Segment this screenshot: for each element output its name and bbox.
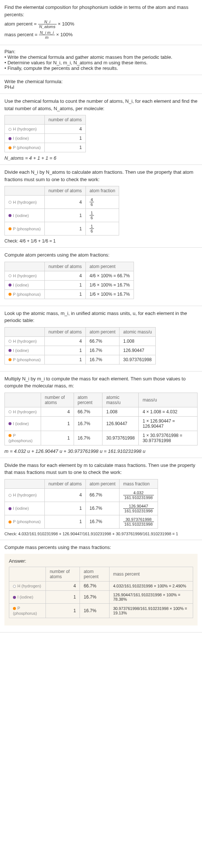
table-row: I (iodine)1 [5, 134, 86, 143]
h-mass: 1.008 [119, 336, 156, 346]
i-label: I (iodine) [13, 348, 29, 353]
header-frac: atom fraction [86, 186, 119, 196]
i-mass: 126.90447 [119, 346, 156, 355]
massfrac-text: Divide the mass for each element by m to… [4, 462, 198, 476]
i-calc: 1 × 126.90447 = 126.90447 [139, 416, 198, 431]
iodine-dot-icon [9, 137, 11, 140]
frac-den: 6 [90, 229, 94, 233]
h-label: H (hydrogen) [13, 493, 37, 497]
h-fraction: 46 [90, 197, 94, 207]
atom-fraction-section: Divide each N_i by N_atoms to calculate … [0, 165, 202, 248]
h-label: H (hydrogen) [13, 410, 37, 414]
table-row: I (iodine)116.7%126.90447161.910231998 [5, 502, 158, 515]
header-massu: mass/u [139, 393, 198, 407]
mass-percent-section: Compute mass percents using the mass fra… [0, 540, 202, 633]
header-mass: atomic mass/u [102, 393, 139, 407]
frac-den: 6 [90, 202, 94, 207]
p-calc: 1 × 30.973761998 = 30.973761998 [139, 431, 198, 445]
mass-pct-fraction: N_i m_i m [39, 30, 55, 40]
table-row: P (phosphorus)11/6 × 100% = 16.7% [5, 289, 134, 299]
times-100: × 100% [58, 21, 74, 27]
i-pct: 16.7% [86, 346, 119, 355]
header-pct: atom percent [86, 262, 134, 271]
p-atoms: 1 [46, 604, 80, 618]
hydrogen-dot-icon [9, 494, 11, 497]
phosphorus-dot-icon [9, 521, 11, 523]
table-row: P (phosphorus)116 [5, 222, 119, 235]
h-atoms: 4 [45, 271, 86, 280]
i-label: I (iodine) [13, 213, 29, 218]
mass-lookup-text: Look up the atomic mass, m_i, in unified… [4, 310, 198, 324]
i-pct: 16.7% [74, 416, 102, 431]
i-atoms: 1 [45, 280, 86, 289]
h-pct: 66.7% [86, 336, 119, 346]
phosphorus-dot-icon [13, 607, 16, 610]
i-fraction: 16 [90, 211, 94, 220]
table-row: P (phosphorus)116.7%30.973761998 [5, 355, 156, 364]
table-row: I (iodine)116.7%126.90447/161.910231998 … [9, 591, 193, 604]
intro-section: Find the elemental composition for phosp… [0, 0, 202, 45]
atomfrac-check: Check: 4/6 + 1/6 + 1/6 = 1 [4, 238, 198, 244]
table-row: P (phosphorus)116.7%30.973761998/161.910… [9, 604, 193, 618]
hydrogen-dot-icon [13, 585, 16, 588]
formula-heading: Write the chemical formula: [4, 79, 198, 84]
atomic-mass-table: number of atomsatom percentatomic mass/u… [4, 327, 156, 365]
atom-percent-formula: atom percent = N_i N_atoms × 100% [4, 20, 198, 29]
mass-percent-formula: mass percent = N_i m_i m × 100% [4, 30, 198, 40]
p-pct: 16.7% [86, 355, 119, 364]
table-row: I (iodine)116 [5, 209, 119, 222]
i-atoms: 1 [46, 591, 80, 604]
frac-den: 161.910231998 [123, 522, 154, 526]
phosphorus-dot-icon [9, 146, 11, 149]
p-atoms: 1 [41, 431, 74, 445]
i-masspct: 126.90447/161.910231998 × 100% = 78.38% [109, 591, 193, 604]
h-pct: 4/6 × 100% = 66.7% [86, 271, 134, 280]
header-atoms: number of atoms [45, 479, 86, 488]
molmass-total: m = 4.032 u + 126.90447 u + 30.973761998… [4, 448, 198, 454]
header-atoms: number of atoms [46, 567, 80, 582]
p-pct: 16.7% [86, 515, 119, 528]
hydrogen-dot-icon [9, 128, 11, 131]
p-label: P (phosphorus) [13, 519, 41, 524]
atom-percent-section: Compute atom percents using the atom fra… [0, 248, 202, 306]
intro-title: Find the elemental composition for phosp… [4, 4, 198, 18]
phosphorus-dot-icon [9, 293, 11, 296]
header-massfrac: mass fraction [119, 479, 158, 488]
iodine-dot-icon [9, 214, 11, 217]
h-atoms: 4 [45, 196, 86, 209]
phosphorus-dot-icon [9, 227, 11, 230]
frac-den: 161.910231998 [123, 495, 154, 500]
plan-heading: Plan: [4, 49, 198, 54]
iodine-dot-icon [9, 349, 11, 352]
hydrogen-dot-icon [9, 410, 11, 413]
atom-fraction-table: number of atomsatom fraction H (hydrogen… [4, 186, 119, 235]
phosphorus-dot-icon [9, 434, 11, 437]
header-pct: atom percent [86, 479, 119, 488]
h-label: H (hydrogen) [13, 127, 37, 131]
p-atoms: 1 [45, 143, 86, 152]
frac-num: 30.973761998 [123, 517, 154, 522]
header-atoms: number of atoms [41, 393, 74, 407]
table-row: H (hydrogen)446 [5, 196, 119, 209]
p-atoms: 1 [45, 289, 86, 299]
frac-num: 126.90447 [123, 504, 154, 509]
p-label: P (phosphorus) [13, 606, 37, 616]
h-label: H (hydrogen) [13, 339, 37, 343]
table-row: I (iodine)116.7%126.904471 × 126.90447 =… [5, 416, 198, 431]
h-pct: 66.7% [74, 407, 102, 416]
h-atoms: 4 [45, 488, 86, 502]
natoms-total: N_atoms = 4 + 1 + 1 = 6 [4, 155, 198, 161]
molecular-mass-section: Multiply N_i by m_i to compute the mass … [0, 372, 202, 458]
table-row: H (hydrogen)466.7%4.032/161.910231998 × … [9, 582, 193, 591]
atompct-text: Compute atom percents using the atom fra… [4, 251, 198, 259]
header-masspct: mass percent [109, 567, 193, 582]
h-label: H (hydrogen) [13, 200, 37, 204]
table-row: H (hydrogen)466.7%4.032161.910231998 [5, 488, 158, 502]
p-label: P (phosphorus) [9, 433, 33, 443]
i-atoms: 1 [41, 416, 74, 431]
header-atoms: number of atoms [45, 115, 86, 125]
frac-num: 1 [90, 211, 94, 216]
table-row: I (iodine)116.7%126.90447 [5, 346, 156, 355]
header-pct: atom percent [74, 393, 102, 407]
h-label: H (hydrogen) [13, 274, 37, 278]
